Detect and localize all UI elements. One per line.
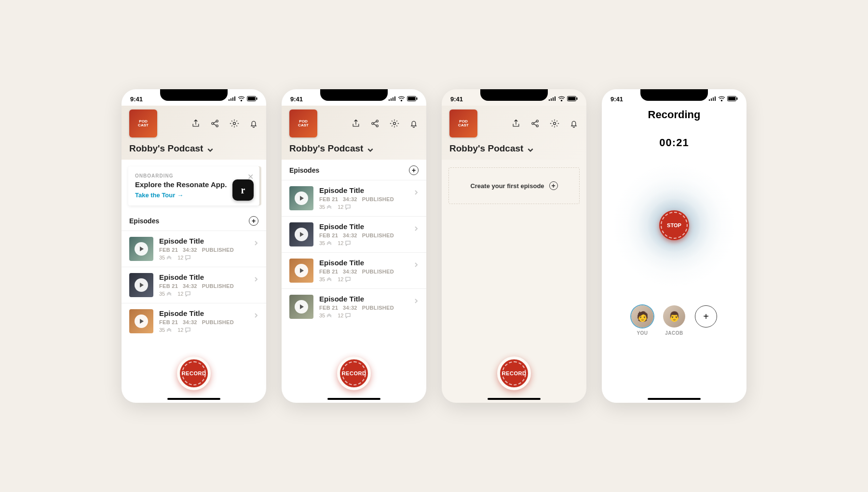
recording-pulse: STOP bbox=[611, 163, 737, 288]
signal-icon bbox=[708, 96, 716, 103]
play-icon[interactable] bbox=[135, 242, 148, 256]
record-button[interactable]: RECORD bbox=[337, 356, 371, 390]
episode-title: Episode Title bbox=[319, 295, 419, 303]
episode-meta: FEB 21 34:32 PUBLISHED bbox=[319, 232, 419, 238]
play-icon[interactable] bbox=[135, 278, 148, 292]
recording-title: Recording bbox=[648, 109, 701, 121]
battery-icon bbox=[407, 96, 418, 103]
episode-thumbnail[interactable] bbox=[289, 259, 313, 283]
gear-icon[interactable] bbox=[390, 119, 399, 128]
chevron-down-icon bbox=[527, 145, 534, 152]
episode-meta: FEB 21 34:32 PUBLISHED bbox=[319, 269, 419, 274]
share-icon[interactable] bbox=[511, 119, 521, 128]
share-network-icon[interactable] bbox=[530, 119, 540, 128]
episode-meta: FEB 21 34:32 PUBLISHED bbox=[319, 305, 419, 311]
status-indicators bbox=[548, 96, 578, 103]
play-icon[interactable] bbox=[135, 314, 148, 328]
participant-label: JACOB bbox=[665, 330, 683, 336]
share-icon[interactable] bbox=[191, 119, 201, 128]
wifi-icon bbox=[718, 96, 725, 103]
bell-icon[interactable] bbox=[249, 119, 258, 128]
episode-thumbnail[interactable] bbox=[129, 273, 153, 297]
episode-row[interactable]: Episode Title FEB 21 34:32 PUBLISHED 35 … bbox=[122, 231, 266, 267]
podcast-cover[interactable]: PODCAST bbox=[449, 109, 477, 137]
episode-row[interactable]: Episode Title FEB 21 34:32 PUBLISHED 35 … bbox=[122, 267, 266, 303]
add-episode-button[interactable]: + bbox=[249, 216, 258, 226]
episode-date: FEB 21 bbox=[159, 247, 178, 253]
episode-status: PUBLISHED bbox=[362, 305, 394, 311]
screen-recording: 9:41 Recording 00:21 STOP 🧑 YOU 👨 JACOB … bbox=[602, 89, 746, 403]
chevron-right-icon bbox=[254, 239, 258, 247]
episode-status: PUBLISHED bbox=[202, 247, 234, 253]
status-time: 9:41 bbox=[290, 96, 303, 103]
gear-icon[interactable] bbox=[230, 119, 239, 128]
add-episode-button[interactable]: + bbox=[409, 165, 419, 175]
share-network-icon[interactable] bbox=[210, 119, 220, 128]
podcast-header: PODCAST Robby's Podcast bbox=[122, 106, 266, 160]
podcast-cover[interactable]: PODCAST bbox=[129, 109, 157, 137]
chevron-right-icon bbox=[254, 275, 258, 284]
podcast-cover[interactable]: PODCAST bbox=[289, 109, 317, 137]
episode-row[interactable]: Episode Title FEB 21 34:32 PUBLISHED 35 … bbox=[282, 216, 426, 252]
episode-title: Episode Title bbox=[319, 259, 419, 267]
record-button[interactable]: RECORD bbox=[177, 356, 211, 390]
create-first-episode-card[interactable]: Create your first episode + bbox=[448, 167, 580, 204]
play-icon[interactable] bbox=[295, 264, 308, 277]
svg-rect-23 bbox=[737, 97, 738, 100]
episode-date: FEB 21 bbox=[319, 269, 338, 274]
plays-stat: 35 bbox=[319, 313, 332, 318]
battery-icon bbox=[247, 96, 258, 103]
share-network-icon[interactable] bbox=[370, 119, 380, 128]
episodes-label: Episodes bbox=[129, 217, 159, 225]
episode-meta: FEB 21 34:32 PUBLISHED bbox=[159, 283, 258, 289]
episode-duration: 34:32 bbox=[343, 196, 357, 202]
comments-stat: 12 bbox=[338, 240, 350, 246]
episode-row[interactable]: Episode Title FEB 21 34:32 PUBLISHED 35 … bbox=[282, 180, 426, 216]
recording-timer: 00:21 bbox=[659, 137, 689, 149]
svg-rect-16 bbox=[577, 97, 578, 100]
episode-stats: 35 12 bbox=[159, 327, 258, 333]
episode-duration: 34:32 bbox=[183, 247, 197, 253]
signal-icon bbox=[548, 96, 556, 103]
episode-duration: 34:32 bbox=[183, 319, 197, 325]
podcast-title-text: Robby's Podcast bbox=[129, 143, 203, 154]
podcast-header: PODCAST Robby's Podcast bbox=[282, 106, 426, 160]
episode-info: Episode Title FEB 21 34:32 PUBLISHED 35 … bbox=[159, 273, 258, 297]
participant-jacob[interactable]: 👨 JACOB bbox=[663, 305, 685, 336]
episode-stats: 35 12 bbox=[159, 291, 258, 297]
bell-icon[interactable] bbox=[409, 119, 419, 128]
episode-info: Episode Title FEB 21 34:32 PUBLISHED 35 … bbox=[319, 222, 419, 246]
episode-thumbnail[interactable] bbox=[129, 309, 153, 333]
stop-button[interactable]: STOP bbox=[659, 210, 689, 240]
episode-thumbnail[interactable] bbox=[289, 186, 313, 210]
play-icon[interactable] bbox=[295, 300, 308, 314]
episode-meta: FEB 21 34:32 PUBLISHED bbox=[319, 196, 419, 202]
episode-date: FEB 21 bbox=[319, 232, 338, 238]
episode-duration: 34:32 bbox=[183, 283, 197, 289]
gear-icon[interactable] bbox=[550, 119, 559, 128]
onboarding-eyebrow: ONBOARDING bbox=[135, 173, 253, 178]
play-icon[interactable] bbox=[295, 228, 308, 241]
record-button[interactable]: RECORD bbox=[497, 356, 531, 390]
add-participant-button[interactable]: + bbox=[695, 305, 717, 328]
episode-thumbnail[interactable] bbox=[289, 295, 313, 319]
podcast-title-dropdown[interactable]: Robby's Podcast bbox=[129, 143, 258, 154]
episode-duration: 34:32 bbox=[343, 232, 357, 238]
episode-date: FEB 21 bbox=[159, 319, 178, 325]
podcast-title-dropdown[interactable]: Robby's Podcast bbox=[449, 143, 579, 154]
chevron-down-icon bbox=[367, 145, 374, 152]
episode-row[interactable]: Episode Title FEB 21 34:32 PUBLISHED 35 … bbox=[282, 252, 426, 288]
participant-you[interactable]: 🧑 YOU bbox=[631, 305, 653, 336]
app-badge-icon: r bbox=[232, 179, 254, 201]
bell-icon[interactable] bbox=[569, 119, 579, 128]
play-icon[interactable] bbox=[295, 191, 308, 205]
share-icon[interactable] bbox=[351, 119, 361, 128]
wifi-icon bbox=[238, 96, 245, 103]
podcast-title-dropdown[interactable]: Robby's Podcast bbox=[289, 143, 419, 154]
episode-status: PUBLISHED bbox=[362, 196, 394, 202]
episode-row[interactable]: Episode Title FEB 21 34:32 PUBLISHED 35 … bbox=[122, 303, 266, 339]
episode-thumbnail[interactable] bbox=[289, 222, 313, 246]
episode-thumbnail[interactable] bbox=[129, 237, 153, 261]
onboarding-card[interactable]: ✕ ONBOARDING Explore the Resonate App. T… bbox=[128, 166, 259, 205]
episode-row[interactable]: Episode Title FEB 21 34:32 PUBLISHED 35 … bbox=[282, 288, 426, 325]
